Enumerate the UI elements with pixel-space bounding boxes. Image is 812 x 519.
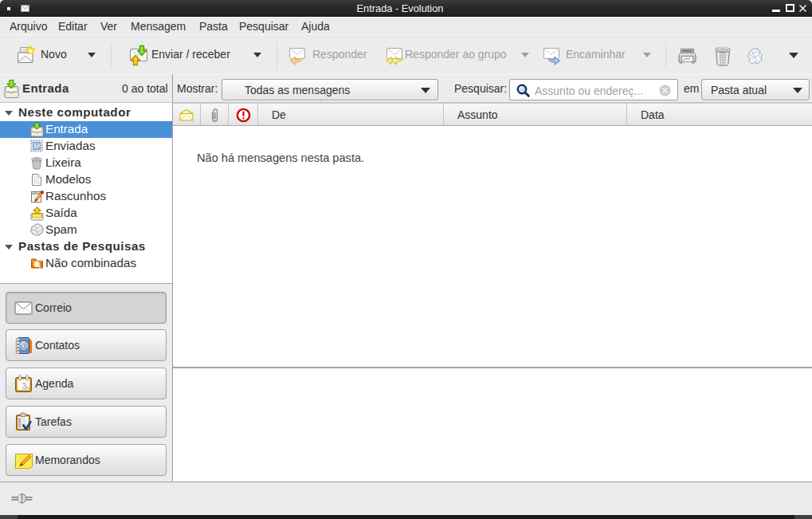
svg-text:3: 3 [22, 382, 27, 391]
svg-text:@: @ [20, 341, 28, 350]
